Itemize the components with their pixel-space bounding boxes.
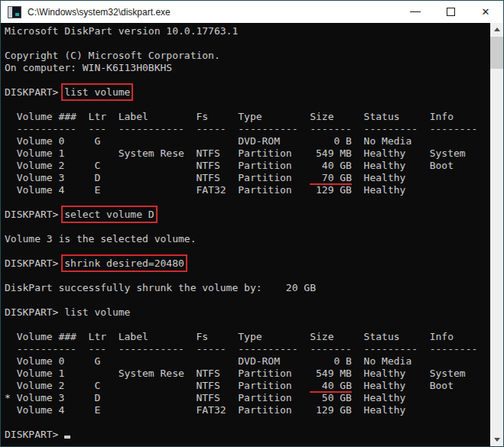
console-line: Volume 0 G DVD-ROM 0 B No Media [5, 355, 490, 368]
close-button[interactable]: ✕ [468, 1, 503, 23]
console-line [5, 416, 490, 429]
scrollbar[interactable] [490, 23, 503, 446]
console-text: Volume 0 G DVD-ROM 0 B No Media [5, 355, 411, 367]
console-line: Volume 0 G DVD-ROM 0 B No Media [5, 135, 490, 147]
console-text: DISKPART> list volume [5, 306, 130, 318]
window-title: C:\Windows\system32\diskpart.exe [28, 7, 398, 18]
console-text: Volume 4 E FAT32 Partition 129 GB Health… [5, 404, 405, 416]
minimize-button[interactable]: — [398, 1, 433, 23]
close-icon: ✕ [482, 7, 490, 17]
console-line: Volume ### Ltr Label Fs Type Size Status… [5, 331, 490, 343]
console-line: DISKPART> list volume [5, 86, 490, 99]
console-line: Copyright (C) Microsoft Corporation. [5, 50, 490, 62]
console-line: Volume ### Ltr Label Fs Type Size Status… [5, 111, 490, 123]
console-text: DISKPART> [5, 429, 64, 440]
console-line: Volume 2 C NTFS Partition 40 GB Healthy … [5, 380, 490, 392]
console-line: ---------- --- ----------- ----- -------… [5, 343, 490, 355]
chevron-down-icon [494, 438, 500, 442]
console-line [5, 319, 490, 331]
console-line: DiskPart successfully shrunk the volume … [5, 282, 490, 294]
diskpart-window: C:\Windows\system32\diskpart.exe — ✕ Mic… [0, 0, 504, 447]
console-text: Volume 0 G DVD-ROM 0 B No Media [5, 135, 411, 147]
console-text: DISKPART> [5, 258, 64, 269]
console-text: Healthy Boot [352, 380, 454, 391]
console-line: Volume 3 is the selected volume. [5, 233, 490, 245]
console-line: Microsoft DiskPart version 10.0.17763.1 [5, 25, 490, 37]
console-line: On computer: WIN-K6I13H0BKHS [5, 62, 490, 74]
console-text: * Volume 3 D NTFS Partition 50 GB Health… [5, 392, 405, 403]
console-line [5, 270, 490, 282]
annotated-size-70gb: 70 GB [310, 172, 352, 185]
minimize-icon: — [410, 5, 421, 16]
console-line: Volume 4 E FAT32 Partition 129 GB Health… [5, 184, 490, 196]
console-line: Volume 3 D NTFS Partition 70 GB Healthy [5, 172, 490, 184]
titlebar[interactable]: C:\Windows\system32\diskpart.exe — ✕ [1, 1, 503, 23]
console-text: DiskPart successfully shrunk the volume … [5, 282, 316, 293]
console-line: DISKPART> [5, 429, 490, 441]
scroll-up-button[interactable] [490, 23, 503, 36]
console-text: DISKPART> [5, 209, 64, 220]
console-line: Volume 1 System Rese NTFS Partition 549 … [5, 147, 490, 160]
console-text: On computer: WIN-K6I13H0BKHS [5, 62, 172, 73]
cmd-icon [8, 6, 21, 18]
console-output[interactable]: Microsoft DiskPart version 10.0.17763.1C… [1, 23, 490, 446]
console-line: * Volume 3 D NTFS Partition 50 GB Health… [5, 392, 490, 404]
console-line [5, 37, 490, 50]
scroll-down-button[interactable] [490, 433, 503, 446]
console-line: Volume 1 System Rese NTFS Partition 549 … [5, 368, 490, 380]
console-line [5, 294, 490, 306]
annotated-command-shrink-desired-20480: shrink desired=20480 [64, 258, 184, 269]
console-line: DISKPART> list volume [5, 306, 490, 319]
maximize-button[interactable] [433, 1, 468, 23]
console-line: Volume 2 C NTFS Partition 40 GB Healthy … [5, 160, 490, 172]
console-line [5, 245, 490, 258]
console-line: DISKPART> shrink desired=20480 [5, 258, 490, 270]
console-text: Microsoft DiskPart version 10.0.17763.1 [5, 25, 238, 37]
console-text: ---------- --- ----------- ----- -------… [5, 123, 477, 134]
console-line [5, 99, 490, 111]
console-text: ---------- --- ----------- ----- -------… [5, 343, 477, 355]
maximize-icon [447, 8, 455, 16]
console-text: Volume ### Ltr Label Fs Type Size Status… [5, 331, 454, 342]
console-line [5, 74, 490, 86]
console-text: Volume 2 C NTFS Partition 40 GB Healthy … [5, 160, 454, 171]
annotated-command-list-volume: list volume [64, 86, 130, 98]
console-line: ---------- --- ----------- ----- -------… [5, 123, 490, 135]
chevron-up-icon [494, 28, 500, 31]
console-text: Volume 2 C NTFS Partition [5, 380, 310, 391]
console-line: Volume 4 E FAT32 Partition 129 GB Health… [5, 404, 490, 416]
console-text: Volume ### Ltr Label Fs Type Size Status… [5, 111, 454, 122]
console-text: Volume 3 is the selected volume. [5, 233, 196, 245]
console-text: Volume 1 System Rese NTFS Partition 549 … [5, 147, 466, 159]
annotated-command-select-volume-d: select volume D [64, 209, 154, 220]
scrollbar-thumb[interactable] [490, 37, 503, 69]
text-cursor [64, 436, 70, 439]
annotated-size-40gb: 40 GB [310, 380, 352, 393]
console-text: Volume 3 D NTFS Partition [5, 172, 310, 183]
console-text: Volume 1 System Rese NTFS Partition 549 … [5, 368, 466, 379]
console-line: DISKPART> select volume D [5, 209, 490, 221]
console-text: Volume 4 E FAT32 Partition 129 GB Health… [5, 184, 405, 196]
console-line [5, 221, 490, 233]
console-text: Healthy [352, 172, 405, 183]
console-text: DISKPART> [5, 86, 64, 98]
console-text: Copyright (C) Microsoft Corporation. [5, 50, 220, 61]
console-line [5, 196, 490, 209]
